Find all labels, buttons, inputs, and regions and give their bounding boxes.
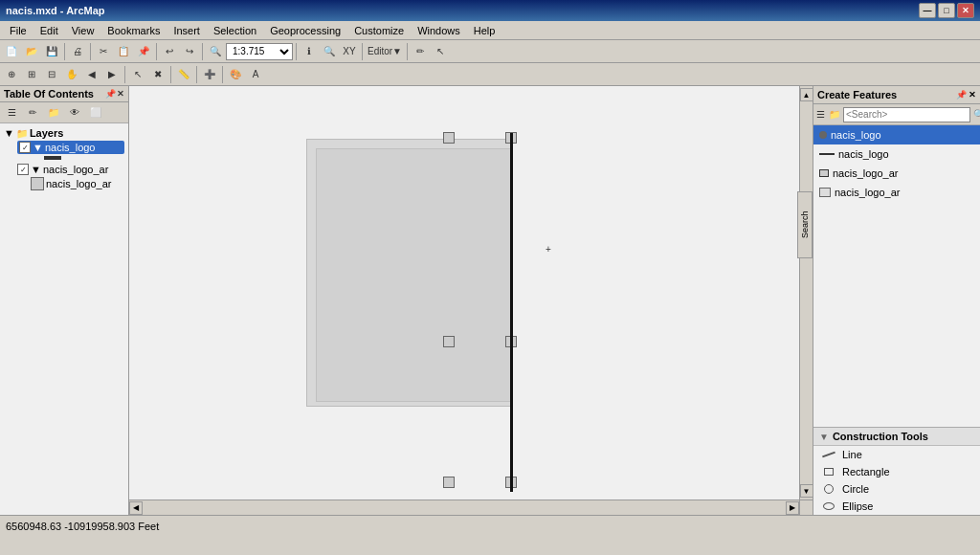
ct-rectangle-tool[interactable]: Rectangle (813, 463, 980, 480)
folder-icon: 📁 (16, 128, 28, 139)
rp-toolbar: ☰ 📁 🔍 ✕ (813, 104, 980, 125)
rp-organize-btn[interactable]: ☰ (815, 107, 826, 122)
ellipse-icon (823, 502, 835, 510)
cut-button[interactable]: ✂ (94, 42, 113, 61)
copy-button[interactable]: 📋 (114, 42, 133, 61)
v-scrollbar[interactable]: ▲ ▼ (799, 86, 813, 500)
feature-nacis-logo-ar-icon (819, 169, 829, 177)
clear-select-button[interactable]: ✖ (148, 65, 167, 84)
menu-help[interactable]: Help (468, 23, 501, 38)
redo-button[interactable]: ↪ (180, 42, 199, 61)
scale-dropdown[interactable]: 1:3.715 (226, 43, 293, 60)
undo-button[interactable]: ↩ (160, 42, 179, 61)
layer2-expand[interactable]: ▼ (31, 164, 41, 175)
menu-view[interactable]: View (66, 23, 100, 38)
find-button[interactable]: 🔍 (320, 42, 339, 61)
pan-button[interactable]: ✋ (62, 65, 81, 84)
rp-close-button[interactable]: ✕ (969, 90, 976, 100)
feature-nacis-logo-line-label: nacis_logo (838, 148, 889, 160)
toolbar-row-2: ⊕ ⊞ ⊟ ✋ ◀ ▶ ↖ ✖ 📏 ➕ 🎨 A (0, 63, 980, 86)
label-button[interactable]: A (246, 65, 265, 84)
scroll-corner (799, 500, 813, 515)
minimize-button[interactable]: — (919, 3, 936, 18)
save-button[interactable]: 💾 (42, 42, 61, 61)
ct-circle-tool[interactable]: Circle (813, 480, 980, 498)
toc-pin-button[interactable]: 📌 (105, 89, 116, 99)
layer2-swatch (31, 177, 44, 190)
scroll-up-btn[interactable]: ▲ (800, 88, 813, 101)
scroll-down-btn[interactable]: ▼ (800, 484, 813, 498)
toc-visibility-btn[interactable]: 👁 (65, 103, 84, 122)
scroll-right-btn[interactable]: ▶ (786, 501, 799, 515)
search-tab[interactable]: Search (797, 191, 813, 258)
close-button[interactable]: ✕ (957, 3, 974, 18)
feature-nacis-logo[interactable]: nacis_logo (813, 125, 980, 144)
rp-search-btn[interactable]: 🔍 (972, 107, 980, 122)
menu-windows[interactable]: Windows (412, 23, 466, 38)
layer2-label: nacis_logo_ar (43, 164, 109, 175)
rp-search-input[interactable] (843, 107, 970, 122)
rp-pin-button[interactable]: 📌 (956, 90, 967, 100)
zoom-next-button[interactable]: ▶ (102, 65, 122, 84)
ct-title: Construction Tools (833, 431, 928, 442)
toc-layer-nacis-logo[interactable]: ▼ nacis_logo (17, 141, 124, 154)
toc-source-btn[interactable]: 📁 (44, 103, 63, 122)
h-scrollbar[interactable]: ◀ ▶ (129, 500, 799, 515)
ct-ellipse-tool[interactable]: Ellipse (813, 498, 980, 515)
toc-list-btn[interactable]: ☰ (2, 103, 21, 122)
zoom-prev-button[interactable]: ◀ (82, 65, 101, 84)
handle-bot-left[interactable] (443, 477, 455, 488)
menu-bookmarks[interactable]: Bookmarks (101, 23, 166, 38)
identify-button[interactable]: ℹ (300, 42, 319, 61)
zoom-full-button[interactable]: ⊕ (2, 65, 21, 84)
add-data-button[interactable]: ➕ (200, 65, 219, 84)
menu-geoprocessing[interactable]: Geoprocessing (264, 23, 346, 38)
symbology-button[interactable]: 🎨 (226, 65, 245, 84)
menu-insert[interactable]: Insert (167, 23, 206, 38)
zoom-in-button[interactable]: 🔍 (206, 42, 225, 61)
zoom-selected-button[interactable]: ⊞ (22, 65, 41, 84)
edit-tool[interactable]: ↖ (431, 42, 450, 61)
editor-label[interactable]: Editor▼ (366, 46, 404, 56)
sep10 (196, 66, 197, 83)
ct-ellipse-label: Ellipse (842, 500, 873, 512)
scroll-left-btn[interactable]: ◀ (129, 501, 143, 515)
goto-xy-button[interactable]: XY (340, 42, 359, 61)
sep8 (124, 66, 125, 83)
rp-folder-btn[interactable]: 📁 (828, 107, 841, 122)
maximize-button[interactable]: □ (938, 3, 955, 18)
handle-top-left[interactable] (443, 132, 455, 144)
ct-line-tool[interactable]: Line (813, 446, 980, 463)
handle-mid-left[interactable] (443, 336, 455, 347)
feature-nacis-logo-line[interactable]: nacis_logo (813, 144, 980, 164)
toc-select-btn[interactable]: ⬜ (86, 103, 105, 122)
layer2-checkbox[interactable] (17, 164, 29, 175)
expand-icon[interactable]: ▼ (4, 127, 14, 139)
select-button[interactable]: ↖ (128, 65, 147, 84)
sketch-tool[interactable]: ✏ (411, 42, 430, 61)
map-canvas[interactable]: + ◀ ▶ ▲ ▼ (129, 86, 813, 515)
menu-selection[interactable]: Selection (208, 23, 262, 38)
open-button[interactable]: 📂 (22, 42, 41, 61)
toc-layer-nacis-logo-ar[interactable]: ▼ nacis_logo_ar (17, 164, 124, 175)
feature-nacis-logo-ar[interactable]: nacis_logo_ar (813, 164, 980, 183)
print-button[interactable]: 🖨 (68, 42, 87, 61)
feature-nacis-logo-ar2[interactable]: nacis_logo_ar (813, 183, 980, 202)
ct-expand-icon[interactable]: ▼ (819, 432, 829, 442)
menu-edit[interactable]: Edit (34, 23, 64, 38)
menu-file[interactable]: File (4, 23, 33, 38)
zoom-layer-button[interactable]: ⊟ (42, 65, 61, 84)
new-button[interactable]: 📄 (2, 42, 21, 61)
measure-button[interactable]: 📏 (174, 65, 193, 84)
toc-close-button[interactable]: ✕ (117, 89, 124, 99)
layer1-checkbox[interactable] (19, 142, 31, 153)
feature-nacis-logo-label: nacis_logo (831, 129, 881, 141)
paste-button[interactable]: 📌 (134, 42, 153, 61)
sep5 (296, 43, 297, 60)
layer1-expand[interactable]: ▼ (33, 142, 43, 153)
menu-customize[interactable]: Customize (348, 23, 410, 38)
toc-header: Table Of Contents 📌 ✕ (0, 86, 128, 102)
toc-draw-btn[interactable]: ✏ (23, 103, 42, 122)
ct-header: ▼ Construction Tools (813, 428, 980, 446)
circle-icon (824, 484, 834, 494)
